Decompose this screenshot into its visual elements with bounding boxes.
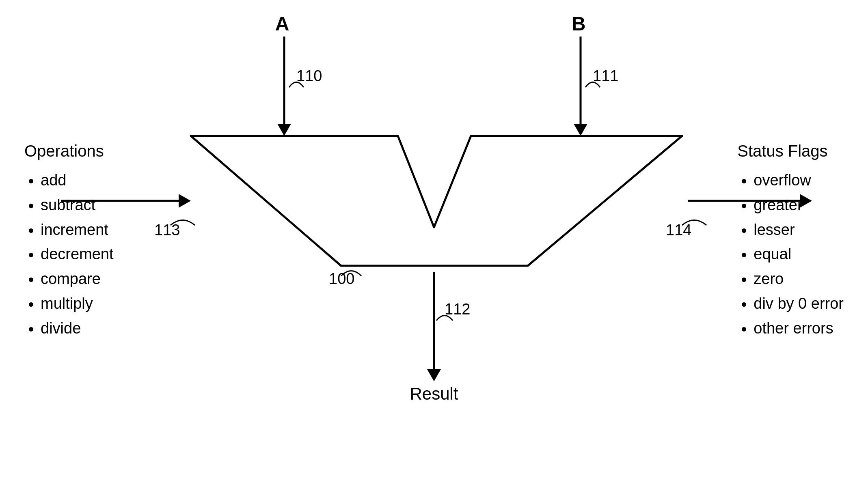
alu-diagram: A 110 B 111 113 114 Result 112 xyxy=(0,0,868,482)
arrow-114-label: 114 xyxy=(666,222,691,239)
arrow-110-label: 110 xyxy=(296,67,322,84)
result-label: Result xyxy=(410,384,458,403)
input-a-label: A xyxy=(275,13,289,34)
alu-shape xyxy=(191,136,682,266)
arrow-113-label: 113 xyxy=(154,222,180,239)
input-a-arrowhead xyxy=(277,124,291,136)
result-arrowhead xyxy=(427,369,441,381)
right-output-arrowhead xyxy=(800,194,812,208)
input-b-label: B xyxy=(572,13,586,34)
arrow-112-label: 112 xyxy=(445,301,470,318)
main-container: Operations add subtract increment decrem… xyxy=(0,0,868,482)
arrow-111-label: 111 xyxy=(593,67,618,84)
input-b-arrowhead xyxy=(574,124,587,136)
left-input-arrowhead xyxy=(179,194,191,208)
alu-100-label: 100 xyxy=(329,270,354,287)
